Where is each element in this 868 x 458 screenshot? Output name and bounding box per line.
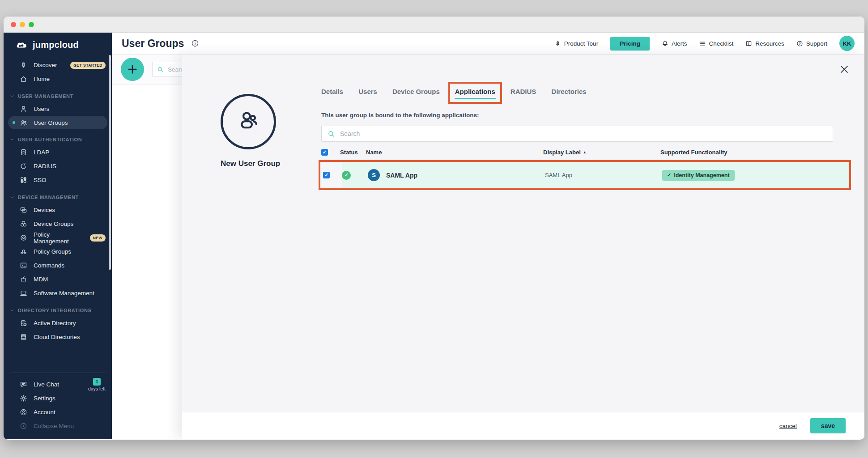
column-header-status[interactable]: Status: [340, 149, 366, 156]
user-group-icon: [20, 119, 27, 127]
close-panel-button[interactable]: [839, 64, 849, 74]
close-icon: [839, 64, 849, 74]
sidebar-item-active-directory[interactable]: Active Directory: [4, 316, 112, 330]
row-name-cell: S SAML App: [368, 169, 545, 181]
resources-button[interactable]: Resources: [745, 40, 784, 47]
sidebar-item-label: Device Groups: [34, 221, 73, 227]
pricing-button[interactable]: Pricing: [610, 37, 650, 51]
tab-users[interactable]: Users: [358, 88, 377, 95]
section-label: USER AUTHENTICATION: [18, 137, 82, 142]
sidebar-item-collapse-menu[interactable]: Collapse Menu: [4, 419, 112, 433]
section-user-authentication[interactable]: USER AUTHENTICATION: [10, 137, 112, 142]
sidebar-item-label: Account: [34, 409, 55, 416]
target-icon: [20, 234, 27, 242]
add-user-group-button[interactable]: [121, 58, 144, 81]
applications-search-input[interactable]: [340, 130, 827, 137]
info-icon[interactable]: [191, 39, 199, 47]
sidebar-item-label: Active Directory: [34, 320, 76, 327]
support-button[interactable]: Support: [796, 40, 827, 47]
sidebar-item-user-groups[interactable]: User Groups: [8, 116, 107, 129]
minimize-window-button[interactable]: [20, 22, 25, 27]
window-titlebar: [4, 17, 864, 33]
tab-details[interactable]: Details: [321, 88, 343, 95]
sidebar-item-device-groups[interactable]: Device Groups: [4, 217, 112, 231]
sidebar-item-home[interactable]: Home: [4, 72, 112, 86]
table-row[interactable]: S SAML App SAML App Identity Management: [320, 162, 849, 188]
book-icon: [745, 40, 752, 47]
checklist-button[interactable]: Checklist: [699, 40, 733, 47]
chevron-down-icon: [10, 94, 14, 98]
sidebar-item-radius[interactable]: RADIUS: [4, 159, 112, 173]
sidebar-item-policy-management[interactable]: Policy Management NEW: [4, 231, 112, 245]
sidebar-item-policy-groups[interactable]: Policy Groups: [4, 245, 112, 259]
stacked-database-icon: [20, 333, 27, 341]
sidebar-item-settings[interactable]: Settings: [4, 391, 112, 405]
sidebar-item-account[interactable]: Account: [4, 405, 112, 419]
display-label-text: Display Label: [543, 149, 581, 156]
column-header-supported-functionality[interactable]: Supported Functionality: [660, 149, 833, 156]
sidebar-item-label: Settings: [34, 395, 55, 402]
column-header-display-label[interactable]: Display Label ▲: [543, 149, 660, 156]
sidebar-item-label: SSO: [34, 177, 47, 183]
panel-footer: cancel save: [182, 412, 864, 439]
plus-icon: [127, 64, 138, 75]
sidebar-item-cloud-directories[interactable]: Cloud Directories: [4, 330, 112, 344]
sidebar-item-label: Live Chat: [34, 381, 59, 388]
sidebar-item-label: Home: [34, 76, 50, 82]
column-header-name[interactable]: Name: [366, 149, 543, 156]
arrow-left-circle-icon: [20, 422, 27, 430]
app-name: SAML App: [386, 172, 417, 179]
chevron-down-icon: [10, 195, 14, 199]
row-checkbox[interactable]: [323, 172, 330, 178]
grid-icon: [20, 176, 27, 184]
sidebar-item-discover[interactable]: Discover GET STARTED: [4, 58, 112, 72]
select-all-checkbox[interactable]: [321, 149, 328, 156]
tab-radius[interactable]: RADIUS: [511, 88, 536, 95]
tab-bar: Details Users Device Groups Applications…: [321, 88, 833, 95]
sidebar-item-label: Policy Groups: [34, 248, 71, 255]
highlight-box-saml-app-row: S SAML App SAML App Identity Management: [319, 160, 851, 190]
section-directory-integrations[interactable]: DIRECTORY INTEGRATIONS: [10, 308, 112, 313]
close-window-button[interactable]: [11, 22, 16, 27]
sidebar-item-mdm[interactable]: MDM: [4, 272, 112, 286]
row-status-cell: [342, 171, 368, 180]
sidebar-item-commands[interactable]: Commands: [4, 259, 112, 272]
days-left-count: 1: [93, 378, 101, 386]
checklist-label: Checklist: [709, 40, 733, 47]
tab-applications[interactable]: Applications: [455, 88, 495, 95]
sidebar-item-users[interactable]: Users: [4, 102, 112, 116]
group-name: New User Group: [221, 159, 276, 168]
sidebar-item-devices[interactable]: Devices: [4, 203, 112, 217]
sidebar-item-ldap[interactable]: LDAP: [4, 145, 112, 159]
section-device-management[interactable]: DEVICE MANAGEMENT: [10, 195, 112, 200]
rocket-icon: [554, 40, 561, 47]
table-header-row: Status Name Display Label ▲ Supported Fu…: [321, 149, 833, 160]
applications-table: Status Name Display Label ▲ Supported Fu…: [321, 149, 833, 190]
cancel-button[interactable]: cancel: [779, 423, 797, 429]
product-tour-button[interactable]: Product Tour: [554, 40, 598, 47]
sidebar-item-label: Software Management: [34, 290, 94, 297]
user-avatar[interactable]: KK: [839, 36, 855, 51]
sidebar-item-sso[interactable]: SSO: [4, 173, 112, 187]
zoom-window-button[interactable]: [29, 22, 34, 27]
section-label: DIRECTORY INTEGRATIONS: [18, 308, 92, 313]
row-functionality-cell: Identity Management: [662, 170, 849, 181]
checklist-icon: [699, 40, 706, 47]
sidebar-item-software-management[interactable]: Software Management: [4, 286, 112, 300]
alerts-button[interactable]: Alerts: [662, 40, 687, 47]
group-avatar: [221, 94, 276, 149]
save-button[interactable]: save: [810, 418, 846, 433]
sidebar-item-label: LDAP: [34, 149, 49, 156]
laptop-icon: [20, 289, 27, 297]
section-user-management[interactable]: USER MANAGEMENT: [10, 93, 112, 99]
sidebar-nav: Discover GET STARTED Home USER MANAGEMEN…: [4, 58, 112, 344]
resources-label: Resources: [755, 40, 784, 47]
user-group-detail-panel: New User Group Details Users Device Grou…: [182, 55, 864, 439]
sidebar-item-live-chat[interactable]: Live Chat 1 days left: [4, 377, 112, 391]
saml-app-icon: S: [368, 169, 380, 181]
cluster-icon: [20, 248, 27, 255]
sidebar-scrollbar[interactable]: [109, 55, 111, 270]
tab-directories[interactable]: Directories: [551, 88, 586, 95]
person-circle-icon: [20, 408, 27, 416]
tab-device-groups[interactable]: Device Groups: [392, 88, 440, 95]
